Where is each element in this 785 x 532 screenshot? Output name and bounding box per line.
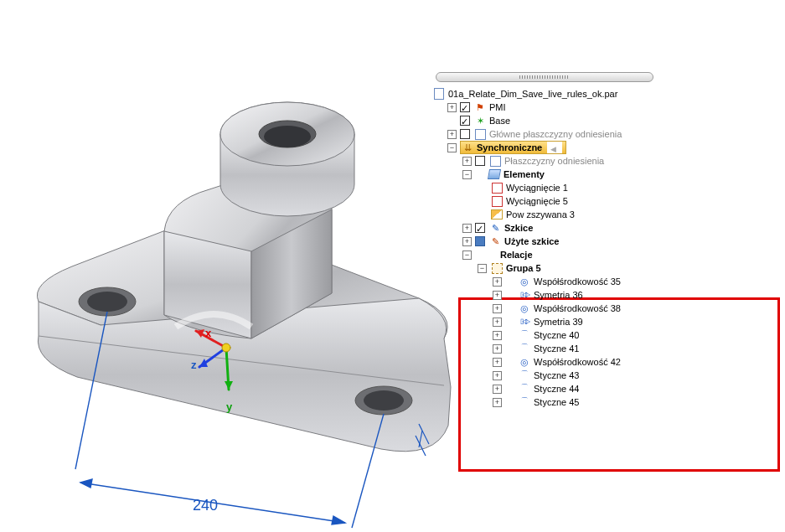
tree-item-base[interactable]: ✶ Base: [432, 114, 767, 127]
tree-item-relation[interactable]: +Współśrodkowość 35: [432, 275, 767, 288]
stitched-surface-icon: [490, 209, 504, 220]
tree-item-relation[interactable]: +Styczne 45: [432, 395, 767, 409]
collapse-icon[interactable]: −: [478, 264, 487, 273]
expand-icon[interactable]: +: [493, 331, 502, 340]
tree-label: PMI: [489, 101, 506, 114]
tree-item-sketches[interactable]: + ✎ Szkice: [432, 221, 767, 235]
used-sketch-icon: ✎: [488, 235, 502, 247]
group-icon: [490, 262, 504, 274]
extrude-icon: [490, 195, 504, 207]
tree-label: Pow zszywana 3: [506, 208, 575, 221]
axis-x-label: x: [205, 327, 211, 339]
tree-item-relations[interactable]: − Relacje: [432, 248, 767, 261]
tree-item-synchronous[interactable]: − ⇊ Synchroniczne: [432, 141, 767, 154]
tree-item-relation[interactable]: +Współśrodkowość 38: [432, 302, 767, 315]
svg-point-14: [222, 343, 230, 352]
tree-item-used-sketches[interactable]: + ✎ Użyte szkice: [432, 235, 767, 248]
tangent-icon: [518, 382, 531, 394]
dimension-value[interactable]: 240: [193, 497, 218, 514]
tree-item-sync-ref-planes[interactable]: + Płaszczyzny odniesienia: [432, 154, 767, 168]
tree-label: Symetria 36: [534, 288, 583, 302]
tree-label: Symetria 39: [534, 315, 583, 328]
visibility-checkbox[interactable]: [460, 102, 470, 112]
tree-item-relation[interactable]: +Styczne 44: [432, 382, 767, 395]
expand-icon[interactable]: +: [462, 237, 472, 246]
expand-icon[interactable]: +: [493, 277, 502, 287]
tree-item-extrude1[interactable]: Wyciągnięcie 1: [432, 181, 767, 194]
concentric-icon: [518, 356, 531, 368]
part-rendering: [0, 0, 465, 532]
part-file-icon: [432, 88, 446, 100]
tree-item-group5[interactable]: − Grupa 5: [432, 261, 767, 275]
tree-root-label: 01a_Relate_Dim_Save_live_rules_ok.par: [448, 87, 617, 101]
expand-icon[interactable]: +: [493, 318, 502, 327]
concentric-icon: [518, 302, 531, 314]
svg-point-3: [364, 390, 404, 411]
expand-icon[interactable]: +: [447, 130, 457, 139]
planes-icon: [488, 155, 502, 167]
expand-icon[interactable]: +: [493, 291, 502, 300]
tree-label: Grupa 5: [506, 261, 541, 275]
model-viewport[interactable]: x y z 240: [0, 0, 465, 532]
expand-icon[interactable]: +: [493, 371, 502, 380]
tree-item-relation[interactable]: +Styczne 43: [432, 369, 767, 382]
tree-label: Płaszczyzny odniesienia: [504, 154, 604, 168]
tree-item-relation[interactable]: +Symetria 39: [432, 315, 767, 328]
tree-item-relation[interactable]: +Styczne 40: [432, 328, 767, 342]
tree-item-elements[interactable]: − Elementy: [432, 168, 767, 181]
tree-item-main-ref-planes[interactable]: + Główne płaszczyzny odniesienia: [432, 127, 767, 141]
visibility-checkbox[interactable]: [475, 156, 485, 166]
expand-icon[interactable]: +: [493, 344, 502, 354]
tangent-icon: [518, 369, 531, 380]
tree-root[interactable]: 01a_Relate_Dim_Save_live_rules_ok.par: [432, 87, 767, 101]
expand-icon[interactable]: +: [493, 304, 502, 313]
pmi-icon: ⚑: [473, 101, 487, 113]
tree-label: Styczne 44: [534, 382, 579, 395]
axis-y-label: y: [226, 400, 232, 413]
collapse-icon[interactable]: −: [462, 170, 472, 179]
sketch-icon: ✎: [488, 222, 502, 234]
svg-marker-21: [80, 479, 92, 488]
tree-item-relation[interactable]: +Symetria 36: [432, 288, 767, 302]
tangent-icon: [518, 395, 531, 407]
visibility-checkbox[interactable]: [460, 129, 470, 139]
tree-item-stitched3[interactable]: Pow zszywana 3: [432, 208, 767, 221]
expand-icon[interactable]: +: [493, 358, 502, 367]
planes-icon: [473, 128, 487, 140]
visibility-checkbox[interactable]: [475, 223, 485, 233]
expand-icon[interactable]: +: [447, 103, 457, 112]
collapse-icon[interactable]: −: [447, 143, 457, 152]
expand-icon[interactable]: +: [493, 398, 502, 407]
tree-label: Główne płaszczyzny odniesienia: [489, 127, 622, 141]
tree-label: Styczne 41: [534, 342, 579, 355]
collapse-icon[interactable]: −: [462, 251, 472, 260]
symmetry-icon: [518, 316, 531, 328]
expand-icon[interactable]: +: [462, 157, 472, 166]
tree-item-extrude5[interactable]: Wyciągnięcie 5: [432, 194, 767, 208]
expand-icon[interactable]: +: [493, 385, 502, 394]
expand-icon[interactable]: +: [462, 224, 472, 233]
extrude-icon: [490, 182, 504, 194]
elements-icon: [488, 168, 501, 180]
tree-label: Elementy: [504, 168, 545, 181]
visibility-checkbox[interactable]: [475, 236, 485, 246]
visibility-checkbox[interactable]: [460, 116, 470, 126]
tree-label: Szkice: [504, 221, 533, 235]
panel-grip[interactable]: [436, 72, 653, 82]
tree-label: Styczne 45: [534, 395, 579, 409]
tree-label: Współśrodkowość 38: [534, 302, 621, 315]
chevron-left-icon[interactable]: [547, 142, 562, 153]
tree-item-relation[interactable]: +Współśrodkowość 42: [432, 355, 767, 369]
tree-label: Styczne 40: [534, 328, 579, 342]
svg-point-7: [264, 126, 311, 147]
tree-item-pmi[interactable]: + ⚑ PMI: [432, 101, 767, 114]
feature-tree[interactable]: 01a_Relate_Dim_Save_live_rules_ok.par + …: [432, 87, 767, 409]
symmetry-icon: [518, 289, 531, 301]
tree-label: Wyciągnięcie 1: [506, 181, 568, 194]
coordinate-system-icon: ✶: [473, 115, 487, 127]
tree-label: Wyciągnięcie 5: [506, 194, 568, 208]
axis-z-label: z: [191, 359, 197, 371]
tree-item-relation[interactable]: +Styczne 41: [432, 342, 767, 355]
svg-marker-22: [332, 516, 345, 524]
tree-label: Styczne 43: [534, 369, 579, 382]
